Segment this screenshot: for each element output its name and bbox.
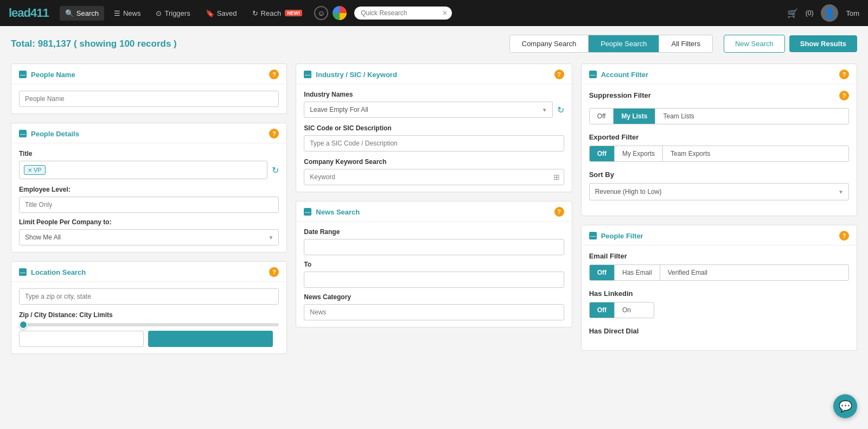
title-input-wrap: ✕ VP xyxy=(19,161,267,179)
slider-thumb[interactable] xyxy=(19,320,28,329)
avatar[interactable]: 👤 xyxy=(821,4,838,22)
nav-reach[interactable]: ↻ Reach NEW! xyxy=(247,6,308,21)
limit-dropdown[interactable]: Show Me All 1 per company 2 per company … xyxy=(19,229,279,245)
show-results-button[interactable]: Show Results xyxy=(789,35,857,52)
email-toggle-group: Off Has Email Verified Email xyxy=(589,264,849,281)
direct-dial-section: Has Direct Dial xyxy=(589,327,849,335)
exported-filter-section: Exported Filter Off My Exports Team Expo… xyxy=(589,133,849,162)
left-column: — People Name ? — People Details ? Title xyxy=(11,64,287,363)
location-input[interactable] xyxy=(19,288,279,305)
title-tag-input[interactable]: ✕ VP xyxy=(19,161,267,179)
limit-dropdown-wrap: Show Me All 1 per company 2 per company … xyxy=(19,229,279,245)
distance-slider[interactable] xyxy=(19,323,279,326)
industry-icon: — xyxy=(304,71,311,78)
industry-dropdown[interactable]: Leave Empty For All xyxy=(304,102,552,118)
messenger-icon[interactable]: ☺ xyxy=(314,6,328,20)
sort-wrap: Revenue (High to Low) Revenue (Low to Hi… xyxy=(589,183,849,200)
tab-people-search[interactable]: People Search xyxy=(589,35,659,52)
news-search-card: — News Search ? Date Range 2019-09-09 To… xyxy=(296,201,572,327)
exported-team-exports[interactable]: Team Exports xyxy=(663,146,718,161)
date-from-input[interactable]: 2019-09-09 xyxy=(304,239,564,255)
search-icon: 🔍 xyxy=(65,9,74,17)
direct-dial-label: Has Direct Dial xyxy=(589,327,849,335)
nav-triggers[interactable]: ⊙ Triggers xyxy=(150,6,195,21)
sort-dropdown[interactable]: Revenue (High to Low) Revenue (Low to Hi… xyxy=(589,183,849,200)
nav-saved[interactable]: 🔖 Saved xyxy=(200,6,242,21)
people-name-input[interactable] xyxy=(19,91,279,107)
chrome-icon[interactable] xyxy=(333,6,347,20)
linkedin-off[interactable]: Off xyxy=(590,302,615,318)
suppression-toggle-group: Off My Lists Team Lists xyxy=(589,108,849,124)
industry-help[interactable]: ? xyxy=(554,70,564,79)
suppression-team-lists[interactable]: Team Lists xyxy=(655,109,701,124)
limit-label: Limit People Per Company to: xyxy=(19,218,279,226)
people-filter-icon: — xyxy=(589,232,597,239)
people-details-help[interactable]: ? xyxy=(269,129,279,138)
slider-max-input[interactable] xyxy=(148,331,273,347)
page-header: Total: 981,137 ( showing 100 records ) C… xyxy=(11,35,857,53)
exported-my-exports[interactable]: My Exports xyxy=(615,146,663,161)
location-help[interactable]: ? xyxy=(269,267,279,277)
people-name-icon: — xyxy=(19,71,27,78)
sic-input[interactable] xyxy=(304,135,564,152)
employee-level-input[interactable] xyxy=(19,197,279,213)
keyword-input[interactable] xyxy=(304,169,564,185)
account-filter-body: Suppression Filter ? Off My Lists Team L… xyxy=(582,84,857,216)
suppression-off[interactable]: Off xyxy=(590,109,614,124)
nav-news[interactable]: ☰ News xyxy=(108,6,146,21)
title-label: Title xyxy=(19,150,279,157)
tab-company-search[interactable]: Company Search xyxy=(510,35,589,52)
quick-research-input[interactable] xyxy=(354,7,452,20)
title-input-row: ✕ VP ↻ xyxy=(19,161,279,179)
linkedin-label: Has Linkedin xyxy=(589,289,849,298)
account-filter-help[interactable]: ? xyxy=(839,70,849,79)
account-filter-header: — Account Filter ? xyxy=(582,64,857,84)
new-search-button[interactable]: New Search xyxy=(724,35,785,53)
industry-names-label: Industry Names xyxy=(304,91,564,98)
people-name-help[interactable]: ? xyxy=(269,70,279,79)
sort-by-label: Sort By xyxy=(589,171,849,179)
email-has-email[interactable]: Has Email xyxy=(615,265,660,280)
industry-title: Industry / SIC / Keyword xyxy=(316,71,554,79)
email-off[interactable]: Off xyxy=(590,265,615,280)
people-details-icon: — xyxy=(19,130,27,137)
industry-card: — Industry / SIC / Keyword ? Industry Na… xyxy=(296,64,572,192)
tab-all-filters[interactable]: All Filters xyxy=(659,35,712,52)
suppression-my-lists[interactable]: My Lists xyxy=(614,109,655,124)
page-content: Total: 981,137 ( showing 100 records ) C… xyxy=(0,26,868,371)
account-filter-card: — Account Filter ? Suppression Filter ? … xyxy=(581,64,857,216)
keyword-grid-icon[interactable]: ⊞ xyxy=(553,173,560,181)
industry-body: Industry Names Leave Empty For All ▼ ↻ S… xyxy=(296,84,571,192)
industry-refresh-icon[interactable]: ↻ xyxy=(557,105,564,115)
people-filter-help[interactable]: ? xyxy=(839,231,849,241)
people-filter-title: People Filter xyxy=(601,232,839,240)
people-details-body: Title ✕ VP ↻ Employee Level: xyxy=(11,143,286,252)
date-range-label: Date Range xyxy=(304,228,564,236)
people-filter-card: — People Filter ? Email Filter Off Has E… xyxy=(581,225,857,351)
title-refresh-icon[interactable]: ↻ xyxy=(272,165,279,175)
location-search-card: — Location Search ? Zip / City Distance:… xyxy=(11,261,287,354)
industry-header: — Industry / SIC / Keyword ? xyxy=(296,64,571,84)
distance-label: Zip / City Distance: City Limits xyxy=(19,311,279,319)
linkedin-on[interactable]: On xyxy=(615,302,639,318)
exported-off[interactable]: Off xyxy=(590,146,615,161)
nav-search[interactable]: 🔍 Search xyxy=(60,6,104,21)
vp-tag-remove[interactable]: ✕ xyxy=(28,167,32,173)
reach-badge: NEW! xyxy=(285,10,302,16)
cart-icon[interactable]: 🛒 xyxy=(787,8,798,18)
slider-min-input[interactable] xyxy=(19,331,144,347)
suppression-help[interactable]: ? xyxy=(839,91,849,100)
account-filter-title: Account Filter xyxy=(601,71,839,79)
news-header: — News Search ? xyxy=(296,201,571,222)
news-help[interactable]: ? xyxy=(554,207,564,217)
quick-research-wrap: ✕ xyxy=(351,7,452,20)
vp-tag: ✕ VP xyxy=(24,165,46,175)
search-tabs: Company Search People Search All Filters xyxy=(509,35,713,53)
people-details-title: People Details xyxy=(31,130,269,138)
main-columns: — People Name ? — People Details ? Title xyxy=(11,64,857,363)
clear-search-icon[interactable]: ✕ xyxy=(442,9,448,17)
news-category-input[interactable] xyxy=(304,304,564,320)
date-to-input[interactable]: 2019-09-09 xyxy=(304,272,564,288)
email-verified[interactable]: Verified Email xyxy=(660,265,715,280)
location-header: — Location Search ? xyxy=(11,262,286,282)
